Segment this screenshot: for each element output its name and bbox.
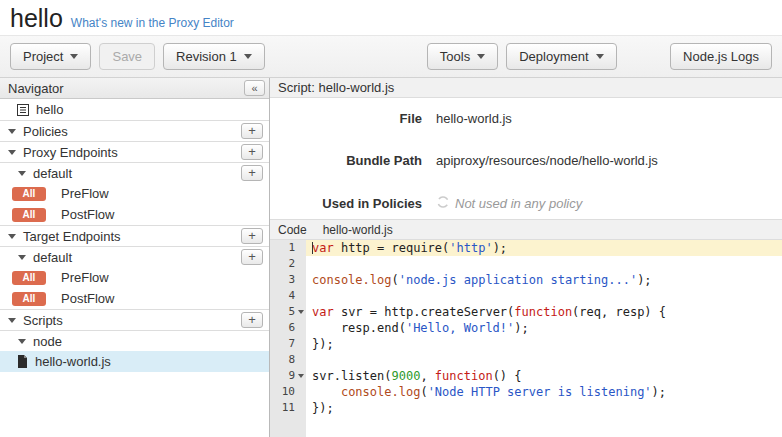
code-line-4[interactable] (306, 288, 782, 304)
add-button[interactable]: + (241, 312, 263, 328)
nav-row-proxy-endpoints[interactable]: Proxy Endpoints+ (0, 141, 269, 162)
caret-down-icon (596, 54, 604, 59)
code-line-11[interactable]: }); (306, 400, 782, 416)
nav-row-scripts[interactable]: Scripts+ (0, 309, 269, 330)
add-button[interactable]: + (241, 165, 263, 181)
code-fold-icon[interactable] (298, 374, 304, 378)
add-button[interactable]: + (241, 144, 263, 160)
code-token: resp.end( (312, 321, 406, 335)
proxy-document-icon (17, 104, 29, 116)
revision-menu-button[interactable]: Revision 1 (163, 43, 265, 70)
line-number: 11 (270, 400, 306, 416)
nav-row-node[interactable]: node (0, 330, 269, 351)
field-row-used-in-policies: Used in PoliciesNot used in any policy (270, 195, 782, 212)
code-line-10[interactable]: console.log('Node HTTP server is listeni… (306, 384, 782, 400)
nodejs-logs-button[interactable]: Node.js Logs (670, 43, 772, 70)
code-line-3[interactable]: console.log('node.js application startin… (306, 272, 782, 288)
caret-down-icon (70, 54, 78, 59)
nav-row-label: hello-world.js (35, 354, 111, 369)
nav-row-target-endpoints[interactable]: Target Endpoints+ (0, 225, 269, 246)
code-line-1[interactable]: var http = require('http'); (306, 240, 782, 256)
code-token: function (435, 369, 493, 383)
nodejs-logs-label: Node.js Logs (683, 49, 759, 64)
code-token (312, 385, 341, 399)
flow-scope-badge: All (12, 292, 46, 306)
code-token: }); (312, 337, 334, 351)
add-button[interactable]: + (241, 228, 263, 244)
code-fold-icon[interactable] (298, 310, 304, 314)
proxy-editor-window: hello What's new in the Proxy Editor Pro… (0, 0, 782, 437)
line-number: 7 (270, 336, 306, 352)
code-content[interactable]: var http = require('http');console.log('… (306, 240, 782, 437)
line-number: 1 (270, 240, 306, 256)
nav-row-postflow[interactable]: AllPostFlow (0, 204, 269, 225)
field-value: Not used in any policy (436, 195, 582, 212)
nav-row-policies[interactable]: Policies+ (0, 120, 269, 141)
toolbar: Project Save Revision 1 Tools Deployment… (0, 36, 782, 78)
code-line-6[interactable]: resp.end('Hello, World!'); (306, 320, 782, 336)
code-token: svr.listen( (312, 369, 391, 383)
code-token: , (420, 369, 434, 383)
field-value-text: Not used in any policy (455, 196, 582, 211)
project-menu-button[interactable]: Project (10, 43, 91, 70)
nav-row-label: hello (36, 102, 63, 117)
code-line-2[interactable] (306, 256, 782, 272)
field-row-file: Filehello-world.js (270, 111, 782, 126)
code-token: 9000 (391, 369, 420, 383)
caret-down-icon (18, 255, 26, 260)
caret-down-icon (8, 318, 16, 323)
nav-row-default[interactable]: default+ (0, 162, 269, 183)
code-line-5[interactable]: var svr = http.createServer(function(req… (306, 304, 782, 320)
tools-menu-label: Tools (440, 49, 470, 64)
code-line-7[interactable]: }); (306, 336, 782, 352)
code-token: console.log (341, 385, 420, 399)
code-token: var (312, 241, 334, 255)
nav-row-preflow[interactable]: AllPreFlow (0, 267, 269, 288)
line-number-text: 10 (282, 385, 295, 398)
collapse-sidebar-icon[interactable]: « (244, 80, 265, 96)
line-number-text: 8 (288, 353, 295, 366)
code-token: (req, resp) { (572, 305, 666, 319)
flow-scope-badge: All (12, 208, 46, 222)
nav-row-hello-world-js[interactable]: hello-world.js (0, 351, 269, 372)
field-label: File (270, 111, 422, 126)
file-icon (17, 355, 28, 368)
nav-row-default[interactable]: default+ (0, 246, 269, 267)
code-token: 'node.js application starting...' (399, 273, 637, 287)
caret-down-icon (8, 129, 16, 134)
line-number-text: 9 (288, 369, 295, 382)
save-button[interactable]: Save (99, 43, 155, 70)
nav-row-preflow[interactable]: AllPreFlow (0, 183, 269, 204)
code-line-8[interactable] (306, 352, 782, 368)
code-editor[interactable]: 1234567891011 var http = require('http')… (270, 240, 782, 437)
navigator-title: Navigator (8, 81, 64, 96)
code-token: 'http' (449, 241, 492, 255)
flow-scope-badge: All (12, 271, 46, 285)
code-token: console.log (312, 273, 391, 287)
code-file-tab[interactable]: hello-world.js (323, 223, 393, 237)
code-token: 'Node HTTP server is listening' (428, 385, 652, 399)
add-button[interactable]: + (241, 123, 263, 139)
revision-menu-label: Revision 1 (176, 49, 237, 64)
flow-scope-badge: All (12, 187, 46, 201)
caret-down-icon (8, 150, 16, 155)
whats-new-link[interactable]: What's new in the Proxy Editor (71, 16, 234, 30)
field-value: hello-world.js (436, 111, 512, 126)
line-number: 8 (270, 352, 306, 368)
line-number: 4 (270, 288, 306, 304)
add-button[interactable]: + (241, 249, 263, 265)
nav-row-postflow[interactable]: AllPostFlow (0, 288, 269, 309)
code-line-9[interactable]: svr.listen(9000, function() { (306, 368, 782, 384)
field-label: Used in Policies (270, 196, 422, 211)
deployment-menu-label: Deployment (519, 49, 588, 64)
line-number-text: 3 (288, 273, 295, 286)
navigator-header: Navigator « (0, 78, 269, 99)
nav-row-hello[interactable]: hello (0, 99, 269, 120)
deployment-menu-button[interactable]: Deployment (506, 43, 616, 70)
field-label: Bundle Path (270, 153, 422, 168)
code-token: var (312, 305, 334, 319)
nav-row-label: PreFlow (61, 186, 109, 201)
field-value-text: apiproxy/resources/node/hello-world.js (436, 153, 658, 168)
tools-menu-button[interactable]: Tools (427, 43, 498, 70)
code-token: http = require( (334, 241, 450, 255)
